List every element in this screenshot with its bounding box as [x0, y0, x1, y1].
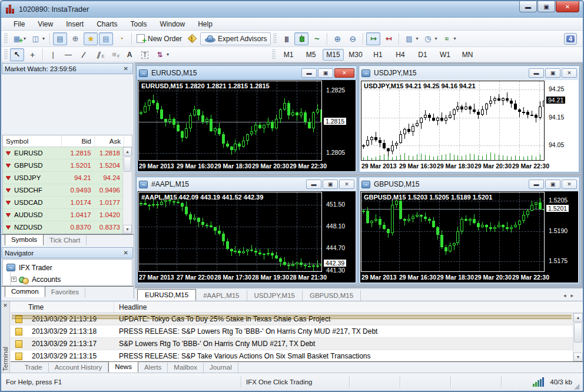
horizontal-line-button[interactable] — [61, 48, 75, 61]
equidistant-channel-button[interactable] — [92, 48, 106, 61]
cursor-button[interactable] — [10, 48, 24, 61]
toolbar-grip[interactable] — [4, 34, 8, 44]
chart-minimize-button[interactable]: ▬ — [306, 180, 321, 189]
vertical-line-button[interactable] — [46, 48, 60, 61]
scroll-up-icon[interactable]: ▲ — [123, 147, 132, 156]
chart-window-titlebar[interactable]: #AAPL,M15▬▣✕ — [137, 177, 357, 191]
chart-restore-button[interactable]: ▣ — [545, 68, 560, 78]
strategy-tester-button[interactable] — [114, 32, 128, 45]
scroll-thumb[interactable] — [124, 157, 131, 172]
news-headline-column[interactable]: Headline — [114, 303, 147, 311]
chart-close-button[interactable]: ✕ — [339, 180, 354, 189]
terminal-tab-alerts[interactable]: Alerts — [138, 363, 168, 373]
chart-minimize-button[interactable]: ▬ — [301, 68, 317, 78]
maximize-button[interactable]: ▣ — [537, 1, 555, 12]
timeframe-mn-button[interactable]: MN — [457, 49, 478, 61]
fibonacci-button[interactable] — [107, 48, 121, 61]
terminal-tab-trade[interactable]: Trade — [19, 363, 49, 373]
scroll-thumb[interactable] — [574, 323, 582, 343]
market-watch-row[interactable]: GBPUSD1.52011.5204 — [3, 160, 122, 172]
status-mode-text[interactable]: IFX One Click Trading — [241, 376, 350, 388]
navigator-tab-favorites[interactable]: Favorites — [45, 287, 85, 297]
candlestick-button[interactable] — [294, 32, 308, 45]
menu-item-view[interactable]: View — [31, 18, 59, 30]
navigator-tab-common[interactable]: Common — [5, 286, 45, 297]
new-chart-button[interactable]: ▾ — [10, 32, 28, 45]
chart-area[interactable]: #AAPL,M15 442.09 443.19 441.52 442.39451… — [138, 191, 356, 283]
close-button[interactable]: ✕ — [556, 1, 579, 12]
expert-advisors-button[interactable]: Expert Advisors — [200, 32, 271, 45]
resize-grip[interactable]: ◢ — [574, 382, 582, 390]
timeframe-m1-button[interactable]: M1 — [278, 49, 299, 61]
chart-tab-usdjpym15[interactable]: USDJPY,M15 — [247, 290, 303, 301]
news-scrollbar[interactable]: ▲ ▼ — [573, 313, 583, 361]
timeframe-w1-button[interactable]: W1 — [434, 49, 456, 61]
minimize-button[interactable]: ▬ — [519, 1, 537, 12]
scroll-down-icon[interactable]: ▼ — [123, 225, 132, 234]
new-order-button[interactable]: New Order — [135, 32, 184, 45]
scroll-up-icon[interactable]: ▲ — [573, 313, 583, 322]
market-watch-column-bid[interactable]: Bid — [62, 135, 95, 147]
metaquotes-alert-button[interactable] — [185, 32, 199, 45]
indicators-list-button[interactable]: ▾ — [440, 32, 457, 45]
market-watch-close-icon[interactable]: ✕ — [122, 65, 130, 72]
text-button[interactable] — [122, 48, 137, 61]
toolbar-grip[interactable] — [273, 34, 277, 44]
terminal-tab-journal[interactable]: Journal — [204, 363, 238, 373]
chart-minimize-button[interactable]: ▬ — [529, 180, 544, 189]
chart-tab-gbpusdm15[interactable]: GBPUSD,M15 — [303, 290, 361, 301]
chart-area[interactable]: GBPUSD,M15 1.5203 1.5205 1.5189 1.52011.… — [360, 191, 578, 283]
toolbar-grip[interactable] — [4, 49, 8, 60]
expand-icon[interactable]: + — [11, 277, 16, 282]
terminal-tab-news[interactable]: News — [108, 361, 138, 373]
market-watch-row[interactable]: USDCAD1.01741.0177 — [3, 197, 122, 209]
terminal-button[interactable] — [99, 32, 113, 45]
market-watch-row[interactable]: EURUSD1.28151.2818 — [3, 147, 122, 160]
templates-button[interactable]: ▾ — [402, 32, 420, 45]
chart-tab-aaplm15[interactable]: #AAPL,M15 — [196, 290, 247, 301]
bar-chart-button[interactable] — [279, 32, 293, 45]
scroll-down-icon[interactable]: ▼ — [573, 353, 583, 361]
terminal-tab-account-history[interactable]: Account History — [49, 363, 109, 373]
crosshair-button[interactable] — [25, 48, 39, 61]
periods-button[interactable]: ▾ — [421, 32, 439, 45]
line-chart-button[interactable] — [310, 32, 324, 45]
chart-restore-button[interactable]: ▣ — [318, 68, 333, 78]
chevron-down-icon[interactable]: ▾ — [434, 36, 437, 41]
navigator-button[interactable] — [84, 32, 98, 45]
navigator-item-accounts[interactable]: +Accounts — [6, 273, 132, 285]
menu-item-file[interactable]: File — [7, 18, 31, 30]
chart-area[interactable]: EURUSD,M15 1.2820 1.2821 1.2815 1.28151.… — [138, 80, 356, 171]
chart-minimize-button[interactable]: ▬ — [529, 68, 544, 78]
chart-restore-button[interactable]: ▣ — [323, 180, 338, 189]
chevron-down-icon[interactable]: ▾ — [24, 36, 26, 41]
market-watch-row[interactable]: USDJPY94.2194.24 — [3, 172, 122, 184]
market-watch-row[interactable]: NZDUSD0.83700.8373 — [3, 221, 122, 234]
chart-window-titlebar[interactable]: GBPUSD,M15▬▣✕ — [359, 177, 579, 191]
zoom-in-button[interactable] — [330, 32, 344, 45]
zoom-out-button[interactable] — [346, 32, 360, 45]
menu-item-window[interactable]: Window — [154, 18, 192, 30]
news-row[interactable]: 2013/03/29 21:13:17S&P Lowers Rtg To 'BB… — [11, 338, 573, 350]
navigator-close-icon[interactable]: ✕ — [122, 250, 130, 256]
auto-scroll-button[interactable] — [366, 32, 380, 45]
timeframe-h1-button[interactable]: H1 — [367, 49, 389, 61]
chevron-down-icon[interactable]: ▾ — [42, 36, 45, 41]
comments-badge[interactable]: 4 — [564, 33, 577, 45]
toolbar-grip[interactable] — [272, 49, 276, 60]
timeframe-h4-button[interactable]: H4 — [390, 49, 411, 61]
terminal-tab-mailbox[interactable]: Mailbox — [168, 363, 204, 373]
market-watch-scrollbar[interactable]: ▲ ▼ — [122, 147, 132, 234]
profiles-button[interactable]: ▾ — [29, 32, 47, 45]
chart-tab-eurusdm15[interactable]: EURUSD,M15 — [137, 289, 196, 301]
navigator-root[interactable]: IFX Trader — [6, 262, 132, 273]
timeframe-m5-button[interactable]: M5 — [300, 49, 321, 61]
arrows-button[interactable]: ▾ — [153, 48, 171, 61]
chart-window-titlebar[interactable]: USDJPY,M15▬▣✕ — [359, 66, 579, 80]
menu-item-insert[interactable]: Insert — [59, 18, 90, 30]
timeframe-d1-button[interactable]: D1 — [412, 49, 433, 61]
news-row[interactable]: 2013/03/29 21:13:15PRESS RELEASE: S&P Ta… — [11, 350, 573, 361]
market-watch-row[interactable]: USDCHF0.94930.9496 — [3, 184, 122, 197]
chart-close-button[interactable]: ✕ — [334, 68, 354, 78]
chevron-down-icon[interactable]: ▾ — [416, 36, 418, 41]
